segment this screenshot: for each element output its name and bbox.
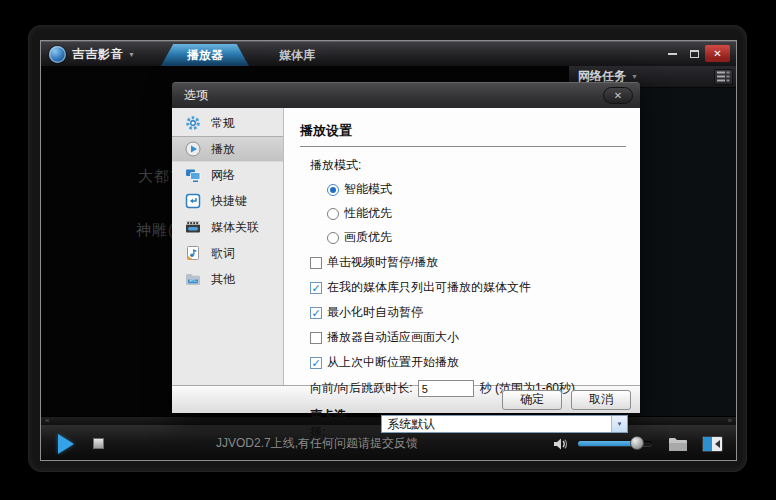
radio-icon: [327, 208, 339, 220]
minimize-button[interactable]: [661, 45, 683, 62]
radio-smart-mode[interactable]: 智能模式: [327, 181, 628, 198]
radio-label: 性能优先: [344, 205, 392, 222]
sidebar-item-label: 媒体关联: [211, 219, 259, 236]
screen: 吉吉影音 ▼ 播放器 媒体库 ✕ 大都市 神雕( 网络任务 ▼: [0, 0, 776, 500]
sidebar-item-hotkeys[interactable]: 快捷键: [172, 188, 283, 214]
lyrics-icon: [185, 245, 201, 261]
volume-thumb[interactable]: [630, 436, 644, 450]
volume-fill: [578, 441, 637, 446]
network-icon: [185, 167, 201, 183]
title-bar: 吉吉影音 ▼ 播放器 媒体库 ✕: [41, 41, 736, 66]
playback-mode-label: 播放模式:: [310, 157, 628, 174]
svg-text:ETC: ETC: [189, 279, 197, 283]
checkbox-auto-fit-size[interactable]: ✓ 播放器自动适应画面大小: [310, 329, 628, 346]
play-button[interactable]: [58, 434, 74, 454]
folder-button[interactable]: [668, 436, 688, 452]
collapse-left-icon: [712, 437, 722, 451]
radio-label: 智能模式: [344, 181, 392, 198]
playlist-toggle-button[interactable]: [702, 436, 723, 452]
checkbox-icon: ✓: [310, 307, 322, 319]
app-menu-caret-icon[interactable]: ▼: [128, 51, 135, 58]
sidebar-item-lyrics[interactable]: 歌词: [172, 240, 283, 266]
tab-media-library[interactable]: 媒体库: [253, 44, 341, 66]
jump-duration-input[interactable]: [418, 380, 474, 397]
ok-button[interactable]: 确定: [502, 390, 562, 410]
list-view-icon: [717, 71, 730, 82]
sidebar-item-general[interactable]: 常规: [172, 110, 283, 136]
window-controls: ✕: [661, 45, 730, 62]
sound-card-row: 声卡选择: 系统默认 ▼: [310, 407, 628, 441]
sidebar-item-label: 常规: [211, 115, 235, 132]
checkbox-label: 播放器自动适应画面大小: [327, 329, 459, 346]
film-icon: [185, 219, 201, 235]
sidebar-item-label: 歌词: [211, 245, 235, 262]
sidebar-item-playback[interactable]: 播放: [172, 136, 283, 162]
sidebar-item-label: 播放: [211, 141, 235, 158]
sound-card-select[interactable]: 系统默认 ▼: [381, 415, 628, 433]
list-view-button[interactable]: [714, 69, 733, 85]
dropdown-arrow-icon[interactable]: ▼: [611, 416, 627, 432]
radio-icon: [327, 184, 339, 196]
radio-label: 画质优先: [344, 229, 392, 246]
playback-settings-panel: 播放设置 播放模式: 智能模式 性能优先 画质优先 ✓ 单击视频时暂停/播放: [284, 108, 640, 385]
enter-key-icon: [185, 193, 201, 209]
checkbox-icon: ✓: [310, 332, 322, 344]
checkbox-icon: ✓: [310, 257, 322, 269]
network-tasks-caret-icon[interactable]: ▼: [631, 73, 638, 80]
dialog-close-icon: ✕: [614, 90, 622, 101]
dialog-close-button[interactable]: ✕: [603, 87, 633, 104]
checkbox-label: 从上次中断位置开始播放: [327, 354, 459, 371]
cancel-button[interactable]: 取消: [571, 390, 631, 410]
sidebar-item-label: 其他: [211, 271, 235, 288]
maximize-icon: [690, 50, 699, 58]
seek-forward-icon[interactable]: »: [724, 417, 736, 425]
video-bg-text: 神雕(: [136, 221, 174, 240]
sidebar-item-media-association[interactable]: 媒体关联: [172, 214, 283, 240]
checkbox-icon: ✓: [310, 282, 322, 294]
radio-icon: [327, 232, 339, 244]
checkbox-label: 单击视频时暂停/播放: [327, 254, 438, 271]
main-tabs: 播放器 媒体库: [161, 44, 345, 66]
seek-back-icon[interactable]: «: [41, 417, 53, 425]
dialog-title: 选项: [184, 87, 208, 104]
playlist-toggle-fill: [703, 437, 712, 451]
app-title[interactable]: 吉吉影音: [72, 46, 124, 63]
section-title: 播放设置: [300, 122, 626, 147]
tab-player[interactable]: 播放器: [161, 44, 249, 66]
radio-performance-priority[interactable]: 性能优先: [327, 205, 628, 222]
sound-card-label: 声卡选择:: [310, 407, 359, 441]
minimize-icon: [668, 53, 677, 55]
etc-folder-icon: ETC: [185, 271, 201, 287]
radio-quality-priority[interactable]: 画质优先: [327, 229, 628, 246]
sidebar-item-label: 快捷键: [211, 193, 247, 210]
stop-button[interactable]: [93, 438, 104, 449]
checkbox-resume-playback[interactable]: ✓ 从上次中断位置开始播放: [310, 354, 628, 371]
checkbox-label: 在我的媒体库只列出可播放的媒体文件: [327, 279, 531, 296]
checkbox-click-pause[interactable]: ✓ 单击视频时暂停/播放: [310, 254, 628, 271]
options-dialog: 选项 ✕ 常规: [172, 82, 640, 413]
dialog-title-bar[interactable]: 选项 ✕: [172, 82, 640, 108]
close-icon: ✕: [713, 48, 721, 59]
sidebar-item-other[interactable]: ETC 其他: [172, 266, 283, 292]
maximize-button[interactable]: [683, 45, 705, 62]
sound-card-value: 系统默认: [382, 416, 611, 433]
sidebar-item-label: 网络: [211, 167, 235, 184]
volume-slider[interactable]: [578, 441, 652, 446]
dialog-body: 常规 播放 网络: [172, 108, 640, 385]
dialog-sidebar: 常规 播放 网络: [172, 108, 284, 385]
checkbox-label: 最小化时自动暂停: [327, 304, 423, 321]
close-button[interactable]: ✕: [705, 45, 730, 62]
app-logo-icon: [49, 46, 66, 63]
gear-icon: [185, 115, 201, 131]
checkbox-library-playable-only[interactable]: ✓ 在我的媒体库只列出可播放的媒体文件: [310, 279, 628, 296]
play-circle-icon: [185, 141, 201, 157]
jump-duration-label: 向前/向后跳跃时长:: [310, 380, 413, 397]
checkbox-pause-on-minimize[interactable]: ✓ 最小化时自动暂停: [310, 304, 628, 321]
checkbox-icon: ✓: [310, 357, 322, 369]
sidebar-item-network[interactable]: 网络: [172, 162, 283, 188]
